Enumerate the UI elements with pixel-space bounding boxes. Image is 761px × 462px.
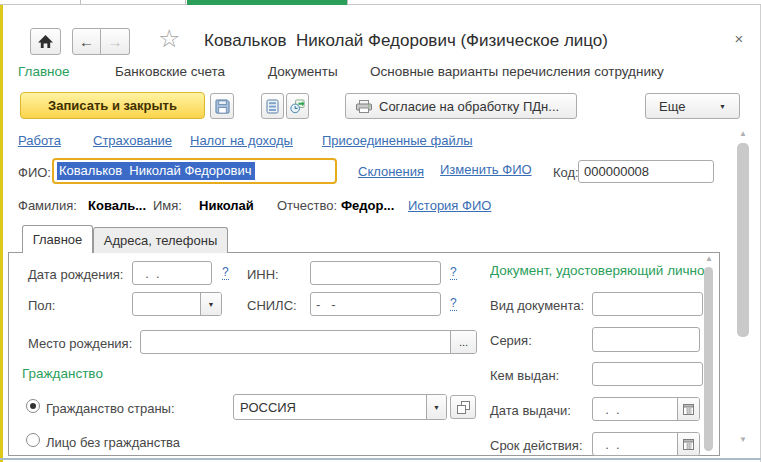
menu-item-documents[interactable]: Документы	[268, 64, 338, 79]
issued-by-label: Кем выдан:	[490, 368, 559, 383]
birth-place-label: Место рождения:	[28, 336, 132, 351]
show-in-list-button[interactable]	[261, 93, 284, 119]
active-tab-indicator	[187, 0, 347, 5]
code-input[interactable]: 000000008	[578, 160, 714, 183]
window-scroll-down-icon[interactable]: ▼	[739, 436, 747, 444]
pdn-consent-button[interactable]: Согласие на обработку ПДн...	[345, 93, 577, 119]
valid-until-calendar-button[interactable]	[677, 433, 699, 455]
tab-glavnoe[interactable]: Главное	[22, 225, 93, 253]
favorite-star-icon[interactable]: ☆	[158, 26, 180, 51]
citizenship-country-select[interactable]: РОССИЯ ▼	[233, 394, 447, 420]
stateless-radio[interactable]	[26, 433, 40, 447]
birth-place-input[interactable]: ...	[140, 330, 477, 354]
menu-item-bank-accounts[interactable]: Банковские счета	[115, 64, 225, 79]
valid-until-input[interactable]: . .	[592, 432, 700, 456]
gender-select[interactable]: ▼	[132, 292, 222, 316]
birth-place-choose-button[interactable]: ...	[450, 331, 476, 353]
list-icon	[266, 99, 279, 114]
birth-date-help-link[interactable]: ?	[222, 265, 229, 280]
menu-item-transfer-options[interactable]: Основные варианты перечисления сотрудник…	[370, 64, 664, 79]
firstname-label: Имя:	[153, 198, 182, 213]
issue-date-input[interactable]: . .	[592, 397, 700, 421]
history-nav-group: ← →	[72, 28, 130, 55]
change-fio-link[interactable]: Изменить ФИО	[440, 162, 532, 177]
fio-selected-text: Ковальков Николай Федорович	[57, 162, 255, 180]
chevron-down-icon: ▼	[433, 404, 440, 411]
issue-date-calendar-button[interactable]	[677, 398, 699, 420]
snils-label: СНИЛС:	[247, 298, 297, 313]
save-button[interactable]	[210, 93, 234, 119]
save-and-close-button[interactable]: Записать и закрыть	[20, 92, 205, 119]
citizenship-dropdown-button[interactable]: ▼	[426, 395, 446, 419]
fio-history-link[interactable]: История ФИО	[408, 198, 491, 213]
identity-doc-header: Документ, удостоверяющий лично	[490, 263, 705, 278]
birth-date-input[interactable]: . .	[132, 261, 212, 285]
snils-input[interactable]: - -	[310, 292, 441, 316]
citizenship-header: Гражданство	[22, 366, 103, 381]
person-card-window: ← → ☆ Ковальков Николай Федорович (Физич…	[0, 0, 761, 462]
more-label: Еще	[659, 99, 685, 114]
snils-mask: - -	[311, 297, 336, 312]
panel-scroll-up-icon[interactable]: ▲	[705, 255, 713, 263]
window-left-edge	[0, 5, 3, 462]
issue-date-label: Дата выдачи:	[490, 403, 571, 418]
calendar-icon	[683, 439, 694, 450]
window-scroll-up-icon[interactable]: ▲	[739, 130, 747, 138]
more-button[interactable]: Еще ▼	[645, 93, 740, 119]
citizenship-open-button[interactable]	[450, 395, 476, 419]
code-value: 000000008	[584, 164, 649, 179]
tab-strip-divider	[185, 0, 186, 5]
declension-link[interactable]: Склонения	[358, 164, 424, 179]
link-strahovanie[interactable]: Страхование	[93, 133, 172, 148]
app-tab-strip	[0, 0, 761, 5]
open-in-window-icon	[457, 401, 470, 414]
chevron-down-icon: ▼	[208, 301, 215, 308]
inn-help-link[interactable]: ?	[450, 265, 457, 280]
code-label: Код:	[553, 165, 579, 180]
valid-until-mask: . .	[593, 437, 620, 452]
inn-input[interactable]	[310, 261, 441, 285]
fio-label: ФИО:	[18, 165, 51, 180]
link-rabota[interactable]: Работа	[18, 133, 61, 148]
gender-label: Пол:	[28, 298, 56, 313]
close-button[interactable]: ×	[731, 30, 747, 47]
home-button[interactable]	[30, 28, 61, 55]
printer-icon	[356, 100, 372, 113]
history-icon	[290, 99, 305, 114]
lastname-value: Коваль...	[88, 198, 146, 213]
birth-date-mask: . .	[133, 266, 160, 281]
link-nalog-na-dohody[interactable]: Налог на доходы	[190, 133, 293, 148]
stateless-label[interactable]: Лицо без гражданства	[46, 435, 180, 450]
menu-item-glavnoe[interactable]: Главное	[18, 64, 70, 79]
home-icon	[38, 35, 53, 49]
fio-input[interactable]: Ковальков Николай Федорович	[52, 158, 337, 184]
issued-by-input[interactable]	[592, 362, 703, 386]
window-scrollbar[interactable]: ▲ ▼	[735, 128, 752, 450]
doc-kind-input[interactable]	[592, 292, 703, 316]
doc-kind-label: Вид документа:	[490, 298, 584, 313]
forward-button[interactable]: →	[101, 28, 130, 55]
link-prisoedinennye-fajly[interactable]: Присоединенные файлы	[322, 133, 473, 148]
back-button[interactable]: ←	[72, 28, 101, 55]
issue-date-mask: . .	[593, 402, 620, 417]
citizenship-country-value: РОССИЯ	[234, 400, 296, 415]
series-label: Серия:	[490, 333, 532, 348]
tab-strip-divider	[347, 0, 348, 5]
middlename-label: Отчество:	[277, 198, 337, 213]
back-icon: ←	[79, 33, 94, 50]
citizenship-country-radio[interactable]	[26, 399, 40, 413]
citizenship-country-label[interactable]: Гражданство страны:	[46, 401, 175, 416]
save-icon	[215, 99, 230, 114]
change-history-button[interactable]	[286, 93, 309, 119]
snils-help-link[interactable]: ?	[450, 296, 457, 311]
series-input[interactable]	[592, 327, 700, 352]
lastname-label: Фамилия:	[18, 198, 77, 213]
middlename-value: Федор...	[341, 198, 394, 213]
tab-adresa-telefony[interactable]: Адреса, телефоны	[93, 227, 228, 253]
panel-scrollbar-thumb[interactable]	[704, 267, 713, 451]
valid-until-label: Срок действия:	[490, 438, 583, 453]
more-dropdown-icon: ▼	[719, 103, 726, 110]
panel-scrollbar[interactable]: ▲	[704, 254, 714, 454]
gender-dropdown-button[interactable]: ▼	[200, 293, 221, 315]
window-scrollbar-thumb[interactable]	[737, 143, 749, 337]
